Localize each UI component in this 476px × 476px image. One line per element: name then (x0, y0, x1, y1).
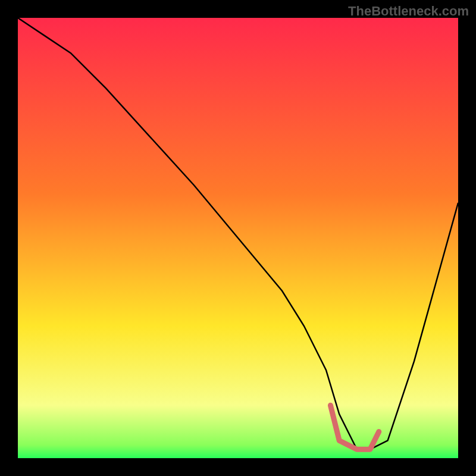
chart-svg (18, 18, 458, 458)
plot-area (18, 18, 458, 458)
chart-container: TheBottleneck.com (0, 0, 476, 476)
watermark-text: TheBottleneck.com (348, 4, 469, 19)
